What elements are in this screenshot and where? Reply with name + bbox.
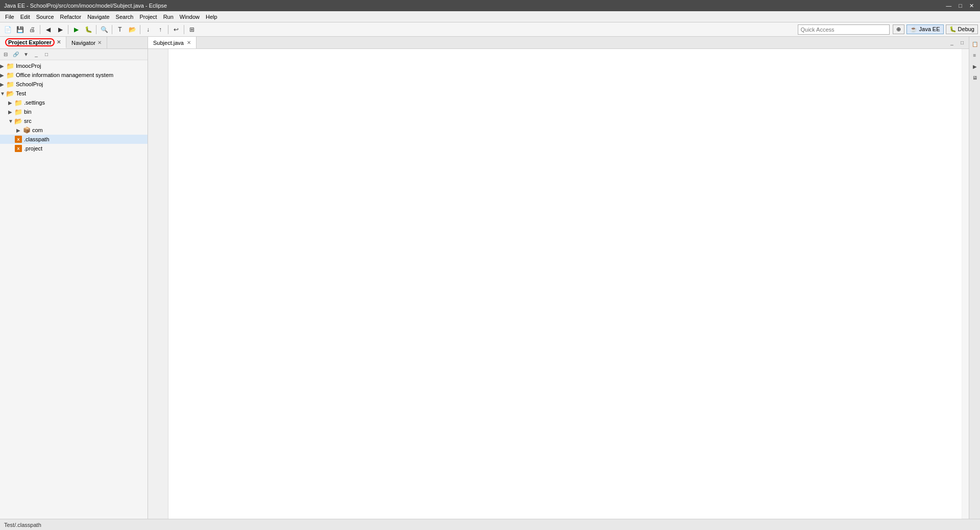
explorer-toolbar: ⊟ 🔗 ▼ _ □ <box>0 49 148 60</box>
menu-search[interactable]: Search <box>113 13 137 21</box>
print-button[interactable]: 🖨 <box>27 24 38 35</box>
perspective-debug[interactable]: 🐛 Debug <box>946 24 978 34</box>
status-text: Test/.classpath <box>4 522 41 528</box>
bin-label: bin <box>24 109 32 115</box>
menu-navigate[interactable]: Navigate <box>84 13 112 21</box>
right-panel: Subject.java ✕ _ □ <box>148 37 969 519</box>
classpath-label: .classpath <box>24 136 50 142</box>
project-label: .project <box>24 145 42 152</box>
status-bar: Test/.classpath <box>0 519 980 530</box>
task-list-icon[interactable]: 📋 <box>970 39 980 49</box>
new-button[interactable]: 📄 <box>2 24 13 35</box>
settings-arrow: ▶ <box>8 100 14 106</box>
project-explorer-close-button[interactable]: ✕ <box>57 39 61 45</box>
menu-bar: File Edit Source Refactor Navigate Searc… <box>0 11 980 22</box>
menu-edit[interactable]: Edit <box>17 13 33 21</box>
outline-icon[interactable]: ≡ <box>970 50 980 60</box>
project-icon: X <box>14 144 22 153</box>
explorer-menu-button[interactable]: ▼ <box>21 50 31 59</box>
main-area: Project Explorer ✕ Navigator ✕ ⊟ 🔗 ▼ _ □… <box>0 37 980 519</box>
tab-navigator[interactable]: Navigator ✕ <box>66 37 107 48</box>
xml-project-icon: X <box>15 145 22 152</box>
navigator-close-button[interactable]: ✕ <box>97 40 102 45</box>
tree-item-test[interactable]: ▼ 📂 Test <box>0 89 148 98</box>
office-label: Office information management system <box>16 72 113 78</box>
navigator-tab-label: Navigator <box>71 40 95 46</box>
toolbar-separator-5 <box>140 25 140 34</box>
menu-refactor[interactable]: Refactor <box>57 13 85 21</box>
toolbar-separator-7 <box>184 25 184 34</box>
editor-tabs: Subject.java ✕ _ □ <box>148 37 969 49</box>
toolbar-separator-6 <box>168 25 168 34</box>
test-icon: 📂 <box>6 89 14 97</box>
tree-item-office[interactable]: ▶ 📁 Office information management system <box>0 70 148 80</box>
minimize-button[interactable]: — <box>944 3 953 9</box>
editor-minimize-btn[interactable]: _ <box>947 38 957 47</box>
schoolproj-label: SchoolProj <box>16 81 43 87</box>
editor-maximize-btn[interactable]: □ <box>958 38 967 47</box>
perspective-java-ee[interactable]: ☕ Java EE <box>906 24 943 34</box>
open-resource-button[interactable]: 📂 <box>127 24 138 35</box>
tree-item-src[interactable]: ▼ 📂 src <box>0 116 148 125</box>
toolbar-separator-4 <box>112 25 112 34</box>
editor-tab-controls: _ □ <box>947 38 969 47</box>
schoolproj-arrow: ▶ <box>0 82 6 87</box>
menu-project[interactable]: Project <box>136 13 160 21</box>
toolbar-separator-1 <box>40 25 40 34</box>
code-content[interactable] <box>168 49 962 519</box>
tab-project-explorer[interactable]: Project Explorer ✕ <box>0 37 66 48</box>
back-button[interactable]: ◀ <box>42 24 54 35</box>
run-button[interactable]: ▶ <box>70 24 82 35</box>
window-title: Java EE - SchoolProj/src/com/imooc/model… <box>4 3 944 9</box>
tree-item-imoocproj[interactable]: ▶ 📁 ImoocProj <box>0 61 148 70</box>
left-panel-tabs: Project Explorer ✕ Navigator ✕ <box>0 37 148 49</box>
menu-run[interactable]: Run <box>160 13 177 21</box>
tree-item-project[interactable]: ▶ X .project <box>0 144 148 153</box>
test-arrow: ▼ <box>0 91 6 96</box>
next-annotation-button[interactable]: ↓ <box>142 24 154 35</box>
menu-window[interactable]: Window <box>177 13 203 21</box>
tree-item-classpath[interactable]: ▶ X .classpath <box>0 135 148 144</box>
menu-file[interactable]: File <box>2 13 17 21</box>
classpath-icon: X <box>14 135 22 143</box>
search-button[interactable]: 🔍 <box>99 24 110 35</box>
tree-item-schoolproj[interactable]: ▶ 📁 SchoolProj <box>0 80 148 89</box>
test-label: Test <box>16 90 26 96</box>
editor-tab-close-button[interactable]: ✕ <box>187 40 191 45</box>
link-with-editor-button[interactable]: 🔗 <box>11 50 20 59</box>
save-button[interactable]: 💾 <box>14 24 26 35</box>
toolbar-separator-3 <box>96 25 96 34</box>
quick-access-input[interactable] <box>798 24 890 35</box>
menu-help[interactable]: Help <box>203 13 220 21</box>
line-numbers <box>148 49 168 519</box>
editor-tab-subject[interactable]: Subject.java ✕ <box>148 37 197 48</box>
servers-icon[interactable]: 🖥 <box>970 72 980 83</box>
src-icon: 📂 <box>14 117 22 125</box>
schoolproj-icon: 📁 <box>6 80 14 88</box>
editor-tab-label: Subject.java <box>153 40 184 46</box>
open-type-button[interactable]: T <box>114 24 126 35</box>
perspective-switcher: ⊕ ☕ Java EE 🐛 Debug <box>893 24 978 34</box>
project-tree: ▶ 📁 ImoocProj ▶ 📁 Office information man… <box>0 60 148 519</box>
maximize-button[interactable]: □ <box>957 3 964 9</box>
console-icon[interactable]: ▶ <box>970 61 980 71</box>
toolbar: 📄 💾 🖨 ◀ ▶ ▶ 🐛 🔍 T 📂 ↓ ↑ ↩ ⊞ ⊕ ☕ Java EE … <box>0 22 980 37</box>
imoocproj-label: ImoocProj <box>16 63 41 69</box>
forward-button[interactable]: ▶ <box>55 24 66 35</box>
maximize-view-button[interactable]: □ <box>42 50 51 59</box>
menu-source[interactable]: Source <box>33 13 57 21</box>
maximize-editor-button[interactable]: ⊞ <box>186 24 198 35</box>
xml-icon: X <box>15 136 22 143</box>
code-editor[interactable] <box>148 49 969 519</box>
debug-button[interactable]: 🐛 <box>83 24 94 35</box>
prev-annotation-button[interactable]: ↑ <box>155 24 166 35</box>
perspective-button-open[interactable]: ⊕ <box>893 24 904 34</box>
office-arrow: ▶ <box>0 72 6 78</box>
minimize-view-button[interactable]: _ <box>32 50 41 59</box>
tree-item-com[interactable]: ▶ 📦 com <box>0 125 148 135</box>
last-edit-button[interactable]: ↩ <box>170 24 182 35</box>
tree-item-bin[interactable]: ▶ 📁 bin <box>0 107 148 116</box>
tree-item-settings[interactable]: ▶ 📁 .settings <box>0 98 148 107</box>
close-button[interactable]: ✕ <box>967 3 976 9</box>
collapse-all-button[interactable]: ⊟ <box>1 50 10 59</box>
